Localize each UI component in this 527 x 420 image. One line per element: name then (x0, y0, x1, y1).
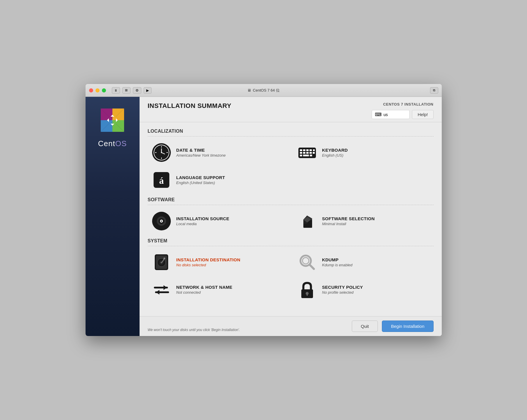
language-support-title: LANGUAGE SUPPORT (176, 175, 225, 180)
kdump-icon (297, 252, 317, 272)
svg-rect-34 (303, 152, 305, 154)
localization-section-header: LOCALIZATION (148, 129, 434, 134)
language-support-item[interactable]: á LANGUAGE SUPPORT English (United State… (148, 167, 288, 193)
security-policy-subtitle: No profile selected (322, 290, 363, 295)
page-footer: We won't touch your disks until you clic… (140, 316, 442, 336)
centos-brand-text: CentOS (98, 139, 127, 148)
date-time-icon (151, 142, 172, 163)
installation-source-text: INSTALLATION SOURCE Local media (176, 216, 229, 226)
kdump-text: KDUMP Kdump is enabled (322, 257, 352, 267)
security-policy-item[interactable]: SECURITY POLICY No profile selected (293, 276, 434, 303)
language-selector[interactable]: ⌨ us (372, 110, 410, 119)
install-label: CENTOS 7 INSTALLATION (383, 102, 433, 106)
svg-rect-37 (313, 152, 315, 154)
software-selection-icon (297, 211, 317, 231)
svg-rect-36 (309, 152, 312, 154)
software-items-grid: INSTALLATION SOURCE Local media (148, 208, 434, 234)
installation-destination-text: INSTALLATION DESTINATION No disks select… (176, 257, 241, 267)
svg-text:á: á (159, 175, 164, 186)
close-button[interactable] (89, 88, 93, 92)
window-title: 🖥 CentOS 7 64 位 (247, 88, 280, 93)
svg-point-61 (302, 258, 309, 264)
page-header: INSTALLATION SUMMARY CENTOS 7 INSTALLATI… (140, 97, 442, 122)
language-support-icon: á (151, 170, 172, 190)
svg-point-48 (161, 220, 162, 222)
network-hostname-item[interactable]: NETWORK & HOST NAME Not connected (148, 276, 288, 303)
footer-note: We won't touch your disks until you clic… (148, 328, 240, 332)
begin-installation-button[interactable]: Begin Installation (382, 321, 433, 332)
maximize-button[interactable] (102, 88, 106, 92)
svg-rect-30 (303, 149, 305, 151)
kdump-subtitle: Kdump is enabled (322, 263, 352, 267)
network-hostname-subtitle: Not connected (176, 290, 232, 295)
svg-point-27 (161, 152, 162, 153)
language-support-text: LANGUAGE SUPPORT English (United States) (176, 175, 225, 185)
system-items-grid: INSTALLATION DESTINATION No disks select… (148, 249, 434, 303)
kdump-title: KDUMP (322, 257, 352, 262)
minimize-button[interactable] (95, 88, 100, 92)
installation-source-icon (151, 211, 172, 231)
header-right-panel: CENTOS 7 INSTALLATION ⌨ us Help! (372, 102, 433, 119)
date-time-text: DATE & TIME Americas/New York timezone (176, 148, 226, 158)
localization-divider (148, 136, 434, 136)
titlebar: ⏸ ⊞ ⚙ ▶ 🖥 CentOS 7 64 位 ⧉ (86, 84, 442, 97)
lang-value: us (383, 112, 388, 117)
system-section-header: SYSTEM (148, 238, 434, 244)
security-policy-icon (297, 279, 317, 300)
quit-button[interactable]: Quit (352, 321, 378, 332)
forward-button[interactable]: ▶ (144, 87, 152, 94)
svg-rect-40 (310, 155, 312, 156)
title-text: CentOS 7 64 位 (253, 88, 280, 93)
software-selection-text: SOFTWARE SELECTION Minimal Install (322, 216, 375, 226)
svg-rect-35 (306, 152, 309, 154)
toolbar-controls: ⏸ ⊞ ⚙ ▶ (112, 87, 152, 94)
system-divider (148, 246, 434, 246)
kdump-item[interactable]: KDUMP Kdump is enabled (293, 249, 434, 275)
security-policy-text: SECURITY POLICY No profile selected (322, 285, 363, 295)
keyboard-input-icon: ⌨ (375, 112, 382, 117)
window-restore-button[interactable]: ⧉ (430, 87, 438, 94)
svg-point-59 (164, 258, 165, 259)
svg-rect-31 (306, 149, 309, 151)
svg-rect-33 (300, 152, 302, 154)
title-icon: 🖥 (247, 88, 251, 92)
installation-source-item[interactable]: INSTALLATION SOURCE Local media (148, 208, 288, 234)
network-icon (151, 279, 172, 300)
keyboard-item[interactable]: KEYBOARD English (US) (293, 139, 434, 166)
keyboard-subtitle: English (US) (322, 153, 348, 158)
window-controls (89, 88, 106, 92)
sections-container: LOCALIZATION (140, 122, 442, 316)
keyboard-icon (297, 142, 317, 163)
screenshot-button[interactable]: ⊞ (122, 87, 131, 94)
centos-logo-icon (98, 106, 127, 135)
network-hostname-text: NETWORK & HOST NAME Not connected (176, 285, 232, 295)
date-time-item[interactable]: DATE & TIME Americas/New York timezone (148, 139, 288, 166)
keyboard-text: KEYBOARD English (US) (322, 148, 348, 158)
svg-line-62 (310, 265, 314, 269)
installation-destination-item[interactable]: INSTALLATION DESTINATION No disks select… (148, 249, 288, 275)
network-hostname-title: NETWORK & HOST NAME (176, 285, 232, 290)
svg-marker-64 (164, 285, 167, 290)
date-time-subtitle: Americas/New York timezone (176, 153, 226, 158)
main-layout: CentOS INSTALLATION SUMMARY CENTOS 7 INS… (86, 97, 442, 336)
software-selection-item[interactable]: SOFTWARE SELECTION Minimal Install (293, 208, 434, 234)
software-selection-title: SOFTWARE SELECTION (322, 216, 375, 221)
installation-destination-subtitle: No disks selected (176, 263, 241, 267)
help-button[interactable]: Help! (412, 110, 433, 119)
svg-rect-69 (307, 293, 308, 296)
language-support-subtitle: English (United States) (176, 181, 225, 185)
svg-rect-38 (300, 155, 302, 156)
security-policy-title: SECURITY POLICY (322, 285, 363, 290)
installation-source-subtitle: Local media (176, 222, 229, 226)
svg-rect-39 (303, 155, 309, 156)
sidebar: CentOS (86, 97, 140, 336)
svg-rect-29 (300, 149, 302, 151)
titlebar-right: ⧉ (430, 87, 438, 94)
software-divider (148, 205, 434, 205)
svg-rect-32 (309, 149, 312, 151)
installation-source-title: INSTALLATION SOURCE (176, 216, 229, 221)
settings-button[interactable]: ⚙ (133, 87, 141, 94)
pause-button[interactable]: ⏸ (112, 87, 120, 94)
software-selection-subtitle: Minimal Install (322, 222, 375, 226)
keyboard-title: KEYBOARD (322, 148, 348, 153)
